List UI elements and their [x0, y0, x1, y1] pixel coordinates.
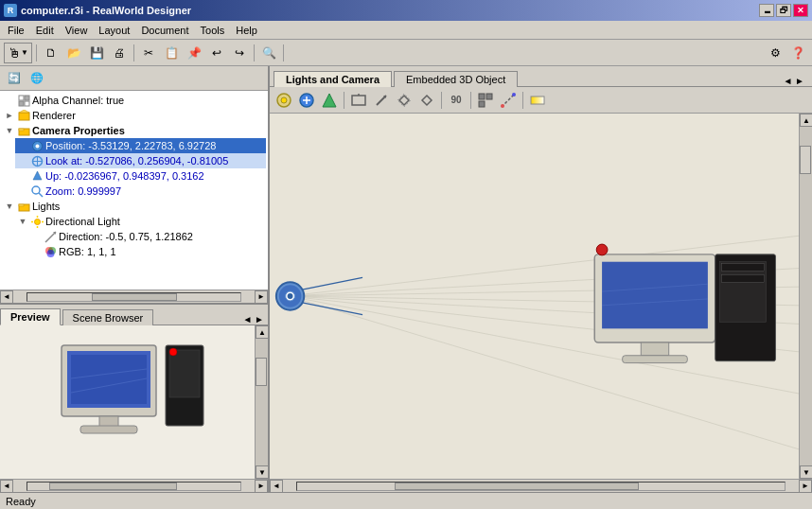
print-button[interactable]: 🖨: [109, 43, 130, 63]
menu-edit[interactable]: Edit: [30, 23, 60, 38]
preview-scroll-track-h[interactable]: [26, 482, 241, 491]
rt-btn-5[interactable]: [371, 90, 392, 111]
expand-lights[interactable]: ▼: [4, 201, 15, 212]
preview-scroll-down[interactable]: ▼: [256, 465, 268, 479]
tree-direction[interactable]: Direction: -0.5, 0.75, 1.21862: [28, 229, 266, 244]
preview-scroll-thumb[interactable]: [256, 358, 267, 386]
preview-v-scrollbar[interactable]: ▲ ▼: [255, 325, 268, 479]
scroll-right-arrow[interactable]: ►: [255, 290, 268, 304]
tree-position[interactable]: Position: -3.53129, 2.22783, 6.92728: [15, 138, 266, 153]
preview-h-scrollbar[interactable]: ◄ ►: [0, 479, 268, 492]
rt-btn-1[interactable]: [274, 90, 294, 111]
expand-dir-light[interactable]: ▼: [17, 216, 28, 227]
settings-button[interactable]: ⚙: [765, 43, 786, 63]
viewport-scroll-track-h[interactable]: [296, 482, 786, 491]
viewport-scroll-left[interactable]: ◄: [270, 480, 283, 493]
tree-zoom[interactable]: Zoom: 0.999997: [15, 184, 266, 199]
position-label: Position: -3.53129, 2.22783, 6.92728: [45, 140, 216, 151]
window-title: computer.r3i - RealWorld Designer: [21, 5, 191, 16]
scroll-left-arrow[interactable]: ◄: [0, 290, 13, 304]
viewport-scroll-thumb-h[interactable]: [395, 483, 639, 490]
toolbar-sep-2: [133, 44, 134, 61]
tab-lights-camera[interactable]: Lights and Camera: [274, 71, 392, 87]
expand-position: [17, 140, 28, 151]
tree-up[interactable]: Up: -0.0236967, 0.948397, 0.3162: [15, 168, 266, 184]
viewport-h-scrollbar[interactable]: ◄ ►: [270, 479, 812, 492]
tab-nav-arrows[interactable]: ◄ ►: [783, 76, 808, 86]
rt-btn-snap[interactable]: [475, 90, 496, 111]
scroll-track[interactable]: [26, 292, 241, 302]
up-icon: [30, 169, 44, 183]
help-button[interactable]: ❓: [787, 43, 808, 63]
svg-point-27: [46, 250, 54, 257]
expand-camera[interactable]: ▼: [4, 125, 15, 136]
svg-rect-42: [352, 96, 365, 105]
preview-tab-arrows[interactable]: ◄ ►: [242, 314, 268, 325]
menu-layout[interactable]: Layout: [93, 23, 135, 38]
tree-rgb[interactable]: RGB: 1, 1, 1: [28, 244, 266, 259]
viewport-scroll-up[interactable]: ▲: [800, 114, 812, 127]
left-tool-1[interactable]: 🔄: [4, 68, 25, 89]
direction-icon: [44, 230, 57, 243]
rt-btn-connect[interactable]: [498, 90, 519, 111]
save-button[interactable]: 💾: [86, 43, 107, 63]
tab-preview[interactable]: Preview: [0, 308, 61, 325]
expand-renderer[interactable]: ►: [4, 110, 15, 121]
tree-camera-props[interactable]: ▼ Camera Properties: [2, 123, 266, 138]
scroll-thumb[interactable]: [92, 293, 177, 301]
paste-button[interactable]: 📌: [184, 43, 204, 63]
new-button[interactable]: 🗋: [41, 43, 62, 63]
tree-h-scrollbar[interactable]: ◄ ►: [0, 290, 268, 303]
viewport-scroll-thumb[interactable]: [800, 146, 811, 174]
svg-rect-7: [19, 129, 24, 131]
rt-btn-7[interactable]: [416, 90, 437, 111]
minimize-button[interactable]: 🗕: [759, 4, 774, 17]
viewport-scroll-track[interactable]: [800, 127, 812, 465]
menu-document[interactable]: Document: [135, 23, 194, 38]
svg-rect-73: [623, 356, 688, 363]
menu-view[interactable]: View: [60, 23, 94, 38]
cut-button[interactable]: ✂: [138, 43, 159, 63]
tab-scene-browser[interactable]: Scene Browser: [62, 309, 154, 325]
zoom-button[interactable]: 🔍: [258, 43, 279, 63]
close-button[interactable]: ✕: [793, 4, 808, 17]
alpha-label: Alpha Channel: true: [32, 95, 124, 106]
tree-alpha-channel[interactable]: Alpha Channel: true: [2, 93, 266, 108]
expand-alpha[interactable]: [4, 95, 15, 106]
preview-scroll-up[interactable]: ▲: [256, 325, 268, 339]
viewport-v-scrollbar[interactable]: ▲ ▼: [799, 114, 812, 479]
tree-renderer[interactable]: ► Renderer: [2, 108, 266, 123]
viewport-scroll-right[interactable]: ►: [799, 480, 812, 493]
tab-embedded-3d[interactable]: Embedded 3D Object: [394, 71, 518, 87]
mode-dropdown[interactable]: 🖱▼: [4, 43, 32, 63]
tree-directional-light[interactable]: ▼ Directional Light: [15, 214, 266, 229]
undo-button[interactable]: ↩: [206, 43, 227, 63]
rt-btn-gradient[interactable]: [527, 90, 548, 111]
rt-btn-6[interactable]: [394, 90, 415, 111]
rt-btn-90[interactable]: 90: [446, 90, 467, 111]
copy-button[interactable]: 📋: [161, 43, 182, 63]
open-button[interactable]: 📂: [63, 43, 84, 63]
svg-point-78: [596, 244, 608, 255]
lights-folder-icon: [17, 200, 30, 213]
rt-btn-3[interactable]: [319, 90, 340, 111]
menu-help[interactable]: Help: [230, 23, 263, 38]
rt-btn-2[interactable]: [296, 90, 317, 111]
preview-scroll-right[interactable]: ►: [255, 480, 268, 493]
rt-btn-4[interactable]: [348, 90, 369, 111]
tree-lookat[interactable]: Look at: -0.527086, 0.256904, -0.81005: [15, 153, 266, 168]
renderer-label: Renderer: [32, 110, 76, 121]
viewport-scroll-down[interactable]: ▼: [800, 465, 812, 479]
maximize-button[interactable]: 🗗: [776, 4, 791, 17]
left-tool-2[interactable]: 🌐: [26, 68, 47, 89]
preview-content: [0, 325, 255, 479]
preview-scroll-track[interactable]: [256, 339, 268, 465]
3d-viewport[interactable]: [270, 114, 799, 479]
preview-scroll-thumb-h[interactable]: [49, 483, 177, 490]
redo-button[interactable]: ↪: [229, 43, 250, 63]
svg-point-18: [34, 219, 40, 224]
menu-tools[interactable]: Tools: [195, 23, 231, 38]
menu-file[interactable]: File: [2, 23, 30, 38]
preview-scroll-left[interactable]: ◄: [0, 480, 13, 493]
tree-lights[interactable]: ▼ Lights: [2, 199, 266, 214]
